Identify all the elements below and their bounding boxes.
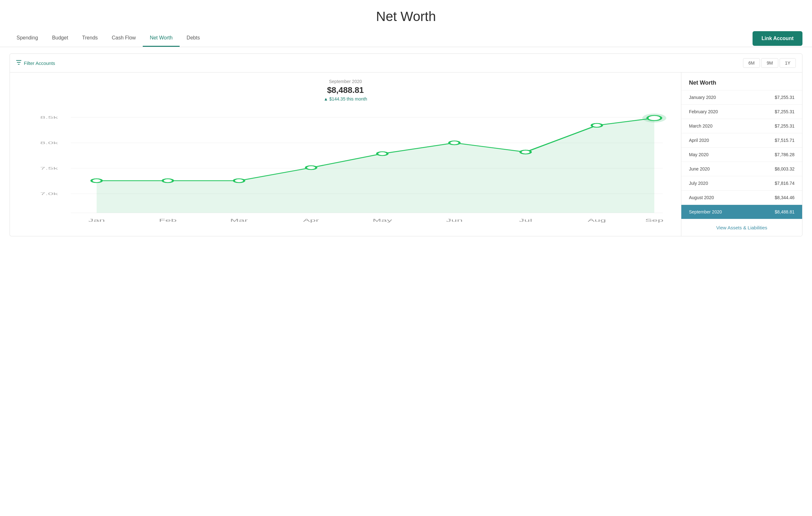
row-month: March 2020 — [689, 124, 713, 129]
table-row[interactable]: July 2020 $7,816.74 — [681, 176, 802, 191]
table-row[interactable]: April 2020 $7,515.71 — [681, 133, 802, 147]
row-month: August 2020 — [689, 195, 714, 200]
svg-point-13 — [377, 152, 387, 156]
chart-selected-month: September 2020 — [20, 79, 671, 84]
svg-text:Sep: Sep — [645, 218, 664, 222]
time-filters: 6M 9M 1Y — [743, 58, 796, 68]
svg-point-12 — [306, 166, 316, 169]
link-account-button[interactable]: Link Account — [753, 31, 803, 46]
svg-point-14 — [449, 141, 459, 145]
row-month: May 2020 — [689, 152, 708, 157]
table-row[interactable]: January 2020 $7,255.31 — [681, 90, 802, 105]
net-worth-table: Net Worth January 2020 $7,255.31 Februar… — [681, 73, 802, 236]
tab-networth[interactable]: Net Worth — [143, 30, 180, 47]
tab-budget[interactable]: Budget — [45, 30, 75, 47]
main-content: Filter Accounts 6M 9M 1Y September 2020 … — [0, 47, 812, 243]
row-amount: $8,003.32 — [775, 166, 794, 171]
row-month: January 2020 — [689, 95, 716, 100]
nav-tabs: Spending Budget Trends Cash Flow Net Wor… — [9, 30, 207, 47]
time-btn-1y[interactable]: 1Y — [780, 58, 796, 68]
row-amount: $7,255.31 — [775, 109, 794, 114]
view-assets-liabilities-link[interactable]: View Assets & Liabilities — [681, 219, 802, 236]
row-amount: $7,786.28 — [775, 152, 794, 157]
row-amount: $7,255.31 — [775, 95, 794, 100]
table-row[interactable]: March 2020 $7,255.31 — [681, 119, 802, 133]
svg-text:May: May — [373, 218, 392, 222]
chart-svg: 8.5k 8.0k 7.5k 7.0k — [20, 105, 671, 225]
row-amount: $7,255.31 — [775, 124, 794, 129]
chart-header: September 2020 $8,488.81 ▲ $144.35 this … — [20, 79, 671, 102]
row-month: April 2020 — [689, 138, 709, 143]
svg-point-18 — [647, 115, 661, 120]
svg-text:Mar: Mar — [230, 218, 248, 222]
row-amount: $7,816.74 — [775, 181, 794, 186]
svg-text:8.5k: 8.5k — [40, 115, 58, 119]
chart-area: 8.5k 8.0k 7.5k 7.0k — [20, 105, 671, 225]
row-month-active: September 2020 — [689, 209, 722, 214]
table-row[interactable]: August 2020 $8,344.46 — [681, 191, 802, 205]
svg-text:Feb: Feb — [159, 218, 177, 222]
svg-text:8.0k: 8.0k — [40, 141, 58, 145]
time-btn-6m[interactable]: 6M — [743, 58, 760, 68]
filter-bar: Filter Accounts 6M 9M 1Y — [9, 53, 803, 73]
svg-point-16 — [592, 124, 602, 127]
filter-accounts-button[interactable]: Filter Accounts — [16, 60, 55, 66]
svg-text:7.0k: 7.0k — [40, 192, 58, 196]
row-amount: $7,515.71 — [775, 138, 794, 143]
row-amount: $8,344.46 — [775, 195, 794, 200]
tab-spending[interactable]: Spending — [9, 30, 45, 47]
svg-text:7.5k: 7.5k — [40, 166, 58, 170]
tab-trends[interactable]: Trends — [75, 30, 105, 47]
chart-selected-amount: $8,488.81 — [20, 85, 671, 95]
table-row-active[interactable]: September 2020 $8,488.81 — [681, 205, 802, 219]
row-month: July 2020 — [689, 181, 708, 186]
filter-accounts-label: Filter Accounts — [24, 60, 55, 66]
table-row[interactable]: May 2020 $7,786.28 — [681, 147, 802, 162]
chart-table-container: September 2020 $8,488.81 ▲ $144.35 this … — [9, 73, 803, 236]
chart-change: ▲ $144.35 this month — [20, 97, 671, 102]
nav-bar: Spending Budget Trends Cash Flow Net Wor… — [0, 30, 812, 47]
chart-section: September 2020 $8,488.81 ▲ $144.35 this … — [10, 73, 681, 236]
page-title: Net Worth — [0, 0, 812, 30]
row-month: February 2020 — [689, 109, 718, 114]
tab-debts[interactable]: Debts — [180, 30, 207, 47]
svg-point-11 — [234, 179, 244, 183]
svg-point-10 — [163, 179, 173, 183]
table-row[interactable]: February 2020 $7,255.31 — [681, 105, 802, 119]
filter-icon — [16, 60, 21, 66]
time-btn-9m[interactable]: 9M — [761, 58, 778, 68]
table-row[interactable]: June 2020 $8,003.32 — [681, 162, 802, 176]
svg-text:Aug: Aug — [587, 218, 606, 222]
svg-text:Jan: Jan — [88, 218, 105, 222]
net-worth-table-title: Net Worth — [681, 73, 802, 90]
tab-cashflow[interactable]: Cash Flow — [105, 30, 143, 47]
svg-text:Apr: Apr — [303, 218, 319, 222]
row-amount-active: $8,488.81 — [775, 209, 794, 214]
row-month: June 2020 — [689, 166, 709, 171]
svg-point-15 — [520, 150, 531, 154]
svg-text:Jun: Jun — [446, 218, 463, 222]
svg-point-9 — [92, 179, 102, 183]
svg-text:Jul: Jul — [519, 218, 532, 222]
